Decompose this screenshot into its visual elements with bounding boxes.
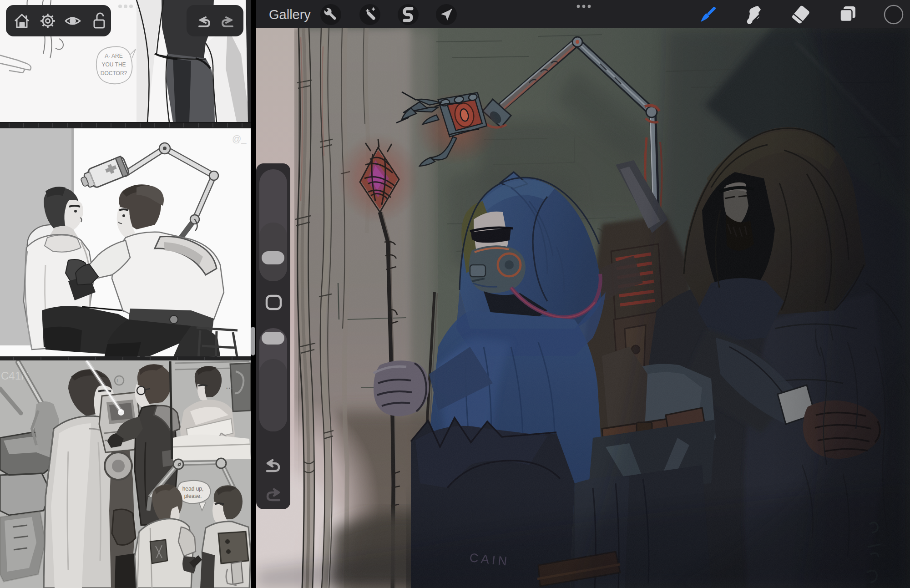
- svg-text:Gallery: Gallery: [269, 7, 311, 22]
- svg-text:please.: please.: [184, 493, 202, 499]
- svg-text:A· ARE: A· ARE: [105, 53, 122, 59]
- svg-text:YOU THE: YOU THE: [101, 61, 126, 68]
- svg-text:head up,: head up,: [182, 486, 204, 492]
- svg-text:!: !: [116, 378, 118, 385]
- svg-text:@_: @_: [232, 134, 247, 144]
- svg-text:DOCTOR?: DOCTOR?: [101, 70, 127, 76]
- svg-text:...: ...: [226, 380, 233, 390]
